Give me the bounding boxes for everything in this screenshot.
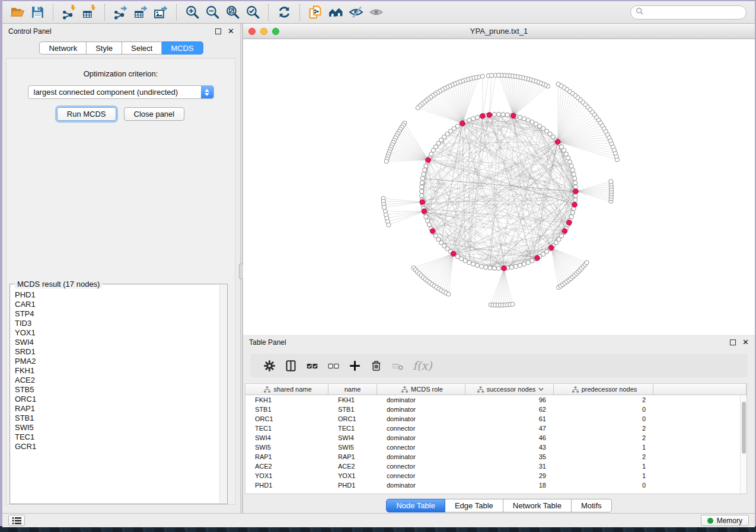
save-session-button[interactable]	[27, 4, 47, 21]
result-node[interactable]: PHD1	[15, 290, 219, 300]
table-row[interactable]: ORC1ORC1dominator610	[245, 414, 747, 424]
table-scrollbar[interactable]	[740, 396, 747, 493]
close-panel-icon[interactable]: ✕	[228, 28, 234, 34]
result-node[interactable]: ACE2	[15, 376, 219, 385]
export-table-button[interactable]	[130, 4, 151, 21]
result-node[interactable]: STB1	[15, 414, 219, 423]
search-field[interactable]	[630, 5, 747, 20]
cell-predecessor-nodes: 1	[554, 472, 653, 479]
run-mcds-button[interactable]: Run MCDS	[57, 107, 116, 121]
cell-successor-nodes: 47	[465, 425, 554, 432]
cell-predecessor-nodes: 1	[554, 444, 653, 451]
window-close-icon[interactable]	[248, 28, 256, 35]
table-row[interactable]: RAP1RAP1dominator352	[245, 452, 747, 462]
zoom-fit-button[interactable]	[222, 4, 243, 21]
deselect-all-checkboxes-icon[interactable]	[323, 357, 344, 374]
save-floppy-icon	[30, 5, 45, 20]
result-list-scrollbar[interactable]	[219, 285, 227, 503]
result-node[interactable]: CAR1	[15, 300, 219, 309]
import-table-button[interactable]	[79, 4, 99, 21]
cell-predecessor-nodes: 2	[554, 453, 653, 460]
vertical-splitter[interactable]	[240, 24, 243, 513]
refresh-button[interactable]	[274, 4, 294, 21]
tab-motifs[interactable]: Motifs	[572, 499, 612, 512]
select-all-checkboxes-icon[interactable]	[301, 357, 323, 374]
delete-row-trash-icon[interactable]	[365, 357, 387, 374]
hide-selected-button[interactable]	[346, 4, 366, 21]
result-node[interactable]: YOX1	[15, 328, 219, 338]
result-node[interactable]: SRD1	[15, 347, 219, 357]
result-node[interactable]: TEC1	[15, 432, 219, 442]
cell-successor-nodes: 96	[465, 396, 554, 403]
tab-style[interactable]: Style	[87, 41, 122, 55]
result-node[interactable]: TID3	[15, 319, 219, 328]
table-header-row: shared namenameMCDS rolesuccessor nodesp…	[245, 384, 747, 395]
table-scrollbar-thumb[interactable]	[742, 402, 746, 454]
import-network-button[interactable]	[59, 4, 79, 21]
result-node[interactable]: ORC1	[15, 395, 219, 404]
tab-select[interactable]: Select	[122, 41, 162, 55]
refresh-icon	[277, 5, 292, 20]
result-node[interactable]: STP4	[15, 309, 219, 319]
column-header-predecessor-nodes[interactable]: predecessor nodes	[554, 384, 653, 395]
cell-shared-name: YOX1	[245, 472, 328, 479]
network-window-titlebar[interactable]: YPA_prune.txt_1	[243, 24, 755, 39]
close-panel-icon[interactable]: ✕	[742, 339, 749, 345]
network-canvas[interactable]	[243, 39, 755, 335]
open-file-button[interactable]	[7, 4, 27, 21]
result-node[interactable]: PMA2	[15, 357, 219, 366]
tab-edge-table[interactable]: Edge Table	[445, 499, 503, 512]
table-row[interactable]: ACE2ACE2connector311	[245, 462, 747, 471]
zoom-selected-button[interactable]	[243, 4, 263, 21]
table-row[interactable]: FKH1FKH1dominator962	[245, 395, 747, 405]
add-row-icon[interactable]	[344, 357, 365, 374]
mcds-result-list[interactable]: PHD1CAR1STP4TID3YOX1SWI4SRD1PMA2FKH1ACE2…	[15, 290, 219, 502]
task-history-button[interactable]	[8, 515, 25, 526]
table-row[interactable]: STB1STB1dominator620	[245, 405, 747, 414]
show-columns-icon[interactable]	[280, 357, 301, 374]
cell-successor-nodes: 46	[465, 434, 554, 441]
tab-mcds[interactable]: MCDS	[162, 41, 203, 55]
result-node[interactable]: GCR1	[15, 442, 219, 451]
table-row[interactable]: SWI4SWI4dominator462	[245, 433, 747, 443]
tab-node-table[interactable]: Node Table	[386, 499, 445, 512]
window-minimize-icon[interactable]	[260, 28, 267, 35]
optimization-criterion-select[interactable]: largest connected component (undirected)	[28, 85, 214, 99]
export-image-button[interactable]	[151, 4, 171, 21]
cell-name: SWI5	[328, 444, 377, 451]
settings-gear-icon[interactable]	[259, 357, 280, 374]
cell-successor-nodes: 35	[465, 453, 554, 460]
result-node[interactable]: FKH1	[15, 366, 219, 376]
table-row[interactable]: TEC1TEC1connector472	[245, 424, 747, 433]
column-header-MCDS-role[interactable]: MCDS role	[377, 384, 465, 395]
network-graph[interactable]	[243, 39, 755, 335]
table-row[interactable]: SWI5SWI5connector431	[245, 443, 747, 452]
result-node[interactable]: RAP1	[15, 404, 219, 414]
table-row[interactable]: PHD1PHD1dominator180	[245, 480, 747, 490]
result-node[interactable]: STB5	[15, 385, 219, 395]
cell-name: STB1	[328, 406, 377, 413]
column-header-name[interactable]: name	[328, 384, 377, 395]
window-maximize-icon[interactable]	[272, 28, 279, 35]
result-node[interactable]: SWI5	[15, 423, 219, 432]
table-row[interactable]: YOX1YOX1connector291	[245, 471, 747, 480]
column-header-successor-nodes[interactable]: successor nodes	[465, 384, 554, 395]
tab-network-table[interactable]: Network Table	[503, 499, 572, 512]
duplicate-network-button[interactable]	[305, 4, 326, 21]
zoom-in-button[interactable]	[182, 4, 202, 21]
export-network-button[interactable]	[110, 4, 130, 21]
float-panel-icon[interactable]	[215, 28, 221, 34]
zoom-out-button[interactable]	[202, 4, 222, 21]
result-node[interactable]: SWI4	[15, 338, 219, 347]
close-panel-button[interactable]: Close panel	[124, 107, 185, 121]
column-header-shared-name[interactable]: shared name	[245, 384, 328, 395]
show-all-button[interactable]	[366, 4, 386, 21]
memory-label: Memory	[717, 517, 742, 525]
tab-network[interactable]: Network	[39, 41, 87, 55]
first-neighbors-button[interactable]	[326, 4, 346, 21]
float-panel-icon[interactable]	[730, 339, 736, 345]
memory-button[interactable]: Memory	[701, 515, 749, 526]
search-input[interactable]	[647, 8, 741, 17]
cell-MCDS-role: dominator	[377, 453, 465, 460]
cell-shared-name: ORC1	[245, 415, 328, 422]
